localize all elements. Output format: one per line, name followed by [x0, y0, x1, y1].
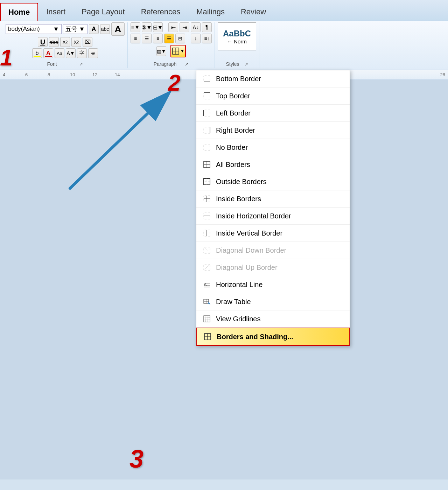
line-spacing-btn[interactable]: ↕: [191, 34, 201, 43]
show-marks-btn[interactable]: ¶: [202, 22, 212, 32]
subscript-btn[interactable]: X2: [60, 37, 70, 47]
styles-label: Styles ↗: [226, 61, 248, 68]
menu-no-border[interactable]: No Border: [196, 139, 350, 156]
svg-rect-46: [204, 334, 208, 337]
menu-borders-and-shading[interactable]: Borders and Shading...: [196, 328, 350, 346]
svg-rect-14: [204, 144, 210, 150]
svg-rect-6: [204, 76, 210, 82]
highlight-btn[interactable]: b: [32, 48, 42, 58]
tab-home[interactable]: Home: [0, 3, 38, 21]
font-color-btn[interactable]: A: [43, 48, 53, 58]
menu-top-border[interactable]: Top Border: [196, 88, 350, 105]
svg-rect-4: [176, 51, 179, 54]
svg-rect-8: [204, 93, 210, 99]
normal-style-box[interactable]: AaBbC ← Norm: [218, 22, 256, 50]
view-gridlines-icon: [202, 314, 212, 324]
bullets-btn[interactable]: ≡▼: [131, 22, 140, 32]
left-border-icon: [202, 108, 212, 118]
svg-rect-48: [204, 337, 208, 340]
diagonal-up-icon: [202, 262, 212, 272]
multilevel-btn[interactable]: ⊟▼: [153, 22, 163, 32]
paragraph-section: ≡▼ ⑤▼ ⊟▼ ⇤ ⇥ A↓ ¶ ≡ ☰ ≡ ☰ ⊟ ↕ ≡↑ ▤▼: [128, 22, 215, 68]
step3-badge: 3: [130, 444, 144, 473]
svg-text:A: A: [204, 282, 207, 287]
superscript-btn[interactable]: X2: [71, 37, 81, 47]
step2-badge: 2: [168, 70, 181, 96]
svg-rect-39: [208, 302, 209, 304]
menu-inside-vertical[interactable]: Inside Vertical Border: [196, 225, 350, 242]
outside-borders-icon: [202, 177, 212, 187]
top-border-icon: [202, 91, 212, 101]
borders-dropdown-btn[interactable]: ▼: [170, 45, 186, 57]
menu-horizontal-line[interactable]: A Horizontal Line: [196, 276, 350, 293]
align-right-btn[interactable]: ≡: [153, 34, 163, 43]
menu-right-border[interactable]: Right Border: [196, 122, 350, 139]
tab-insert[interactable]: Insert: [38, 3, 74, 21]
all-borders-icon: [202, 160, 212, 169]
font-shrink-btn[interactable]: abc: [100, 24, 110, 34]
menu-view-gridlines[interactable]: View Gridlines: [196, 310, 350, 328]
col-break-btn[interactable]: ⊟: [175, 34, 185, 43]
phonetic-btn[interactable]: ⊕: [88, 48, 98, 58]
align-center-btn[interactable]: ☰: [142, 34, 152, 43]
borders-dropdown-menu: Bottom Border Top Border Left Border Rig…: [196, 70, 350, 346]
svg-rect-12: [204, 127, 210, 133]
align-justify-btn[interactable]: ☰: [164, 34, 174, 43]
font-grow-btn[interactable]: A: [89, 24, 99, 34]
svg-rect-40: [204, 316, 210, 322]
paragraph-label: Paragraph ↗: [154, 61, 189, 68]
decrease-indent-btn[interactable]: ⇤: [168, 22, 178, 32]
tab-mailings[interactable]: Mailings: [188, 3, 233, 21]
aa-btn[interactable]: Aa: [55, 48, 64, 58]
bold-btn[interactable]: U: [38, 37, 48, 47]
increase-indent-btn[interactable]: ⇥: [180, 22, 189, 32]
menu-draw-table[interactable]: Draw Table: [196, 293, 350, 310]
step1-badge: 1: [0, 45, 13, 71]
diagonal-down-icon: [202, 245, 212, 255]
inside-vertical-icon: [202, 228, 212, 238]
char-spacing-btn[interactable]: 字: [77, 48, 87, 58]
align-left-btn[interactable]: ≡: [131, 34, 140, 43]
menu-outside-borders[interactable]: Outside Borders: [196, 173, 350, 190]
right-border-icon: [202, 125, 212, 135]
font-row2: U abe X2 X2 ⌧: [38, 37, 92, 47]
svg-line-29: [204, 247, 210, 253]
font-name-dropdown[interactable]: body(Asian) ▼: [6, 24, 62, 34]
svg-rect-1: [173, 48, 176, 51]
ribbon: body(Asian) ▼ 五号 ▼ A abc A U abe X2 X2 ⌧…: [0, 21, 448, 70]
menu-bottom-border[interactable]: Bottom Border: [196, 70, 350, 88]
menu-inside-horizontal[interactable]: Inside Horizontal Border: [196, 208, 350, 225]
font-effect-btn[interactable]: A▼: [66, 48, 76, 58]
menu-diagonal-up[interactable]: Diagonal Up Border: [196, 259, 350, 276]
shading-btn[interactable]: ▤▼: [156, 46, 166, 56]
svg-rect-47: [208, 334, 211, 337]
format-clear-btn[interactable]: ⌧: [83, 37, 92, 47]
bottom-border-icon: [202, 74, 212, 84]
draw-table-icon: [202, 297, 212, 307]
svg-rect-10: [204, 110, 210, 116]
svg-rect-3: [173, 51, 176, 54]
font-label: Font ↗: [47, 61, 83, 68]
menu-all-borders[interactable]: All Borders: [196, 156, 350, 173]
inside-horizontal-icon: [202, 211, 212, 221]
para-row1: ≡▼ ⑤▼ ⊟▼ ⇤ ⇥ A↓ ¶: [131, 22, 212, 32]
menu-left-border[interactable]: Left Border: [196, 105, 350, 122]
tab-review[interactable]: Review: [233, 3, 274, 21]
para-row3: ▤▼ ▼: [156, 45, 186, 57]
tab-pagelayout[interactable]: Page Layout: [74, 3, 133, 21]
big-A-btn[interactable]: A: [111, 22, 125, 36]
para-spacing-btn[interactable]: ≡↑: [202, 34, 212, 43]
instruction-arrow: [35, 83, 203, 202]
font-size-dropdown[interactable]: 五号 ▼: [63, 24, 88, 34]
numbering-btn[interactable]: ⑤▼: [142, 22, 152, 32]
sort-btn[interactable]: A↓: [191, 22, 201, 32]
no-border-icon: [202, 142, 212, 152]
strikethrough-btn[interactable]: abe: [49, 37, 59, 47]
menu-inside-borders[interactable]: Inside Borders: [196, 190, 350, 208]
tab-references[interactable]: References: [133, 3, 189, 21]
tab-bar: Home Insert Page Layout References Maili…: [0, 0, 448, 21]
styles-section: AaBbC ← Norm Styles ↗: [215, 22, 259, 68]
menu-diagonal-down[interactable]: Diagonal Down Border: [196, 242, 350, 259]
borders-icon: [172, 47, 180, 55]
borders-shading-icon: [203, 332, 212, 342]
